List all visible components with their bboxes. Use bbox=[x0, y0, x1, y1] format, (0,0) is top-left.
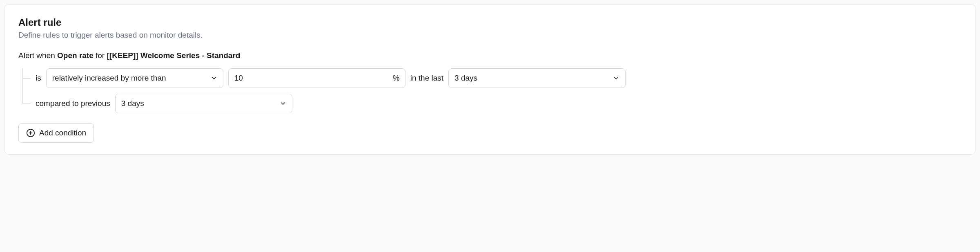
operator-select[interactable]: relatively increased by more than bbox=[46, 68, 223, 88]
add-condition-button[interactable]: Add condition bbox=[18, 123, 94, 143]
tree-connector-vertical bbox=[22, 68, 23, 104]
condition-row-2: compared to previous 3 days bbox=[36, 94, 962, 113]
add-condition-label: Add condition bbox=[39, 128, 86, 137]
sentence-prefix: Alert when bbox=[18, 51, 57, 60]
timewindow-select[interactable]: 3 days bbox=[448, 68, 626, 88]
plus-circle-icon bbox=[26, 128, 35, 137]
tree-connector-horizontal bbox=[22, 104, 31, 104]
operator-select-value: relatively increased by more than bbox=[46, 68, 223, 88]
sentence-target: [[KEEP]] Welcome Series - Standard bbox=[107, 51, 240, 60]
card-subtitle: Define rules to trigger alerts based on … bbox=[18, 31, 962, 40]
alert-sentence: Alert when Open rate for [[KEEP]] Welcom… bbox=[18, 51, 962, 60]
compared-label: compared to previous bbox=[36, 99, 110, 108]
tree-connector-horizontal bbox=[22, 78, 31, 79]
is-label: is bbox=[36, 74, 41, 83]
conditions-wrapper: is relatively increased by more than % i… bbox=[18, 68, 962, 113]
in-the-last-label: in the last bbox=[410, 74, 443, 83]
alert-rule-card: Alert rule Define rules to trigger alert… bbox=[4, 4, 976, 155]
amount-input[interactable] bbox=[228, 68, 405, 88]
sentence-metric: Open rate bbox=[57, 51, 94, 60]
timewindow-select-value: 3 days bbox=[448, 68, 626, 88]
condition-row-1: is relatively increased by more than % i… bbox=[36, 68, 962, 88]
card-title: Alert rule bbox=[18, 17, 962, 28]
amount-input-wrapper: % bbox=[228, 68, 405, 88]
sentence-middle: for bbox=[94, 51, 107, 60]
compare-window-select[interactable]: 3 days bbox=[115, 94, 292, 113]
compare-window-select-value: 3 days bbox=[115, 94, 292, 113]
